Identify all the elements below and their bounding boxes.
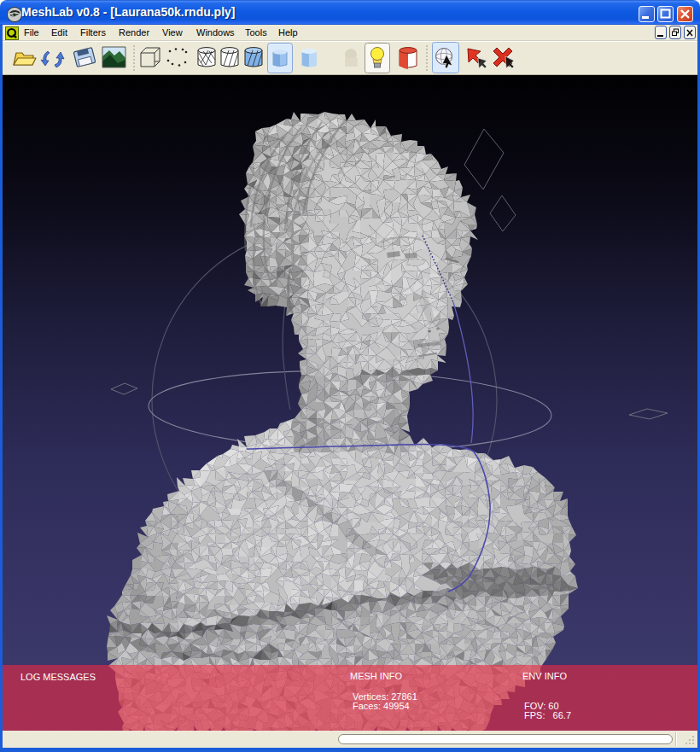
svg-text:ENV INFO: ENV INFO: [522, 671, 567, 681]
svg-text:LOG MESSAGES: LOG MESSAGES: [20, 672, 96, 682]
svg-text:MESH INFO: MESH INFO: [350, 671, 403, 681]
svg-text:FPS: 66.7: FPS: 66.7: [524, 710, 571, 720]
svg-text:Faces: 49954: Faces: 49954: [353, 701, 410, 711]
